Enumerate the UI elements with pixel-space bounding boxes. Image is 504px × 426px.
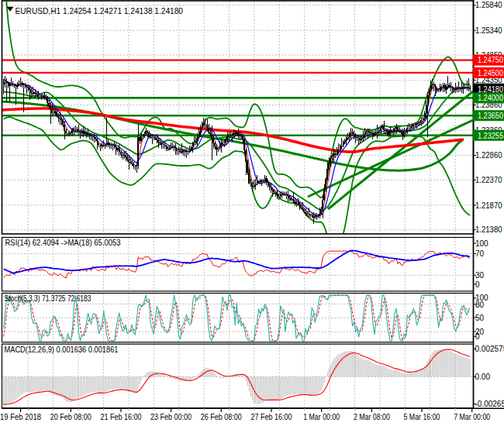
svg-text:1.23255: 1.23255	[478, 132, 503, 140]
svg-text:1.21380: 1.21380	[475, 225, 502, 234]
svg-text:1.25340: 1.25340	[475, 26, 502, 35]
svg-text:21 Feb 16:00: 21 Feb 16:00	[101, 413, 142, 421]
svg-text:0: 0	[475, 332, 480, 341]
svg-text:19 Feb 2018: 19 Feb 2018	[0, 413, 41, 421]
svg-text:7 Mar 00:00: 7 Mar 00:00	[454, 413, 490, 421]
svg-text:1 Mar 00:00: 1 Mar 00:00	[303, 413, 340, 421]
svg-text:1.24500: 1.24500	[478, 69, 503, 77]
svg-text:1.24180: 1.24180	[478, 85, 503, 94]
svg-text:1.22860: 1.22860	[475, 151, 502, 160]
svg-text:1.24750: 1.24750	[478, 56, 503, 64]
svg-text:70: 70	[475, 249, 485, 258]
svg-text:1.24000: 1.24000	[478, 94, 503, 102]
svg-text:MACD(12,26,9) 0.001636 0.00186: MACD(12,26,9) 0.001636 0.001861	[5, 345, 119, 354]
svg-text:0.00: 0.00	[475, 373, 491, 381]
svg-text:30: 30	[475, 271, 485, 280]
svg-text:EURUSD,H1 1.24254 1.24271 1.2: EURUSD,H1 1.24254 1.24271 1.24138 1.2418…	[16, 6, 184, 15]
svg-text:0: 0	[475, 280, 480, 289]
svg-text:5 Mar 16:00: 5 Mar 16:00	[404, 413, 440, 421]
svg-text:-0.0026545: -0.0026545	[475, 400, 504, 408]
svg-text:Stoch(5,3,3) 71.3725 72.6183: Stoch(5,3,3) 71.3725 72.6183	[5, 294, 91, 303]
svg-text:26 Feb 08:00: 26 Feb 08:00	[201, 413, 242, 421]
svg-text:0.0025754: 0.0025754	[475, 345, 504, 353]
svg-text:1.23650: 1.23650	[478, 112, 503, 120]
svg-text:100: 100	[475, 239, 488, 248]
svg-text:50: 50	[475, 314, 485, 322]
svg-text:1.21870: 1.21870	[475, 201, 502, 210]
svg-text:2 Mar 08:00: 2 Mar 08:00	[354, 413, 390, 421]
svg-text:RSI(14) 62.4094 ->MA(18) 65.0: RSI(14) 62.4094 ->MA(18) 65.0053	[5, 239, 121, 247]
svg-text:27 Feb 16:00: 27 Feb 16:00	[251, 413, 292, 421]
svg-text:20 Feb 08:00: 20 Feb 08:00	[50, 413, 91, 421]
svg-text:80: 80	[475, 301, 485, 309]
svg-text:23 Feb 00:00: 23 Feb 00:00	[150, 413, 192, 421]
svg-text:1.25840: 1.25840	[475, 1, 502, 9]
svg-text:1.22370: 1.22370	[475, 176, 502, 184]
